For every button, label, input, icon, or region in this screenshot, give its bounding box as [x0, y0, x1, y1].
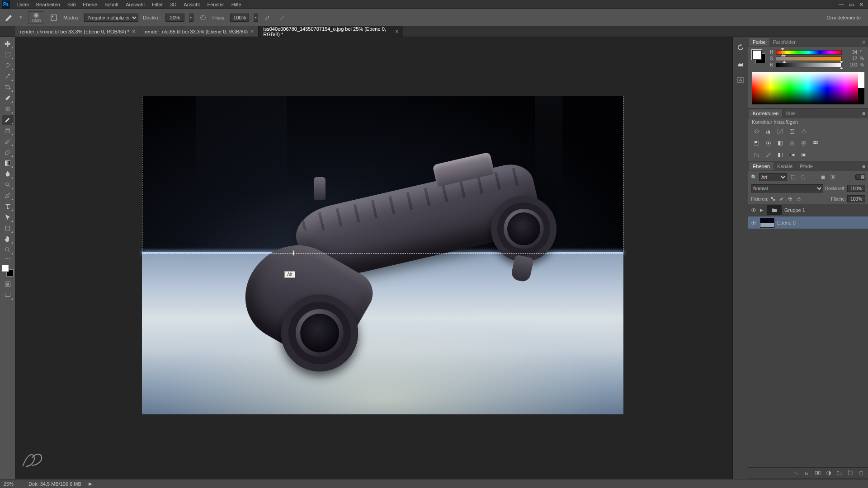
move-tool[interactable] [2, 39, 14, 49]
color-lookup-icon[interactable] [811, 139, 821, 147]
selective-color-icon[interactable] [799, 151, 809, 159]
layer-row-group[interactable]: ▶ Gruppe 1 [748, 204, 868, 216]
menu-edit[interactable]: Bearbeiten [33, 1, 64, 8]
tab-paths[interactable]: Pfade [796, 162, 816, 170]
menu-3d[interactable]: 3D [166, 1, 180, 8]
sat-value[interactable]: 12 [844, 56, 857, 61]
clone-stamp-tool[interactable] [2, 126, 14, 136]
menu-select[interactable]: Auswahl [122, 1, 148, 8]
color-balance-icon[interactable] [764, 139, 774, 147]
adjustment-layer-icon[interactable] [825, 469, 833, 477]
flow-dropdown[interactable]: ▼ [254, 14, 258, 22]
status-info-dropdown[interactable]: ▶ [89, 481, 92, 486]
edit-toolbar[interactable]: ⋯ [2, 256, 14, 261]
brush-tool[interactable] [2, 115, 14, 125]
crop-tool[interactable] [2, 82, 14, 92]
menu-view[interactable]: Ansicht [180, 1, 203, 8]
brush-panel-toggle[interactable] [49, 13, 59, 23]
healing-tool[interactable] [2, 104, 14, 114]
blend-mode-select[interactable]: Negativ multiplizieren [84, 14, 138, 22]
close-button[interactable]: ✕ [858, 1, 864, 8]
link-layers-icon[interactable] [792, 469, 800, 477]
close-icon[interactable]: × [250, 28, 254, 35]
magic-wand-tool[interactable] [2, 71, 14, 81]
visibility-toggle[interactable] [750, 219, 757, 226]
doc-tab-0[interactable]: render_chrome.tif bei 33.3% (Ebene 0, RG… [15, 26, 140, 37]
hue-value[interactable]: 34 [844, 50, 857, 55]
eyedropper-tool[interactable] [2, 93, 14, 103]
menu-help[interactable]: Hilfe [228, 1, 245, 8]
layer-name[interactable]: Ebene 0 [777, 220, 796, 225]
history-brush-tool[interactable] [2, 136, 14, 146]
filter-shape-icon[interactable] [819, 173, 827, 181]
lock-pixels-icon[interactable] [778, 195, 785, 202]
color-swatches[interactable] [2, 265, 14, 277]
maximize-button[interactable]: ▭ [848, 1, 854, 8]
lock-transparency-icon[interactable] [769, 195, 777, 202]
blur-tool[interactable] [2, 169, 14, 179]
hand-tool[interactable] [2, 234, 14, 244]
filter-toggle[interactable] [855, 174, 865, 180]
posterize-icon[interactable] [764, 151, 774, 159]
filter-pixel-icon[interactable] [789, 173, 797, 181]
close-icon[interactable]: × [395, 28, 398, 35]
vibrance-icon[interactable] [799, 127, 809, 136]
menu-filter[interactable]: Filter [148, 1, 166, 8]
saturation-slider[interactable] [776, 56, 842, 61]
quick-mask-toggle[interactable] [2, 279, 14, 289]
filter-type-icon[interactable] [809, 173, 817, 181]
pressure-opacity-toggle[interactable] [198, 13, 208, 23]
photo-filter-icon[interactable] [787, 139, 797, 147]
status-doc-info[interactable]: Dok: 34,5 MB/106,6 MB [28, 481, 81, 487]
tab-layers[interactable]: Ebenen [749, 162, 774, 170]
gradient-tool[interactable] [2, 158, 14, 168]
curves-icon[interactable] [775, 127, 785, 136]
exposure-icon[interactable] [787, 127, 797, 136]
hsl-icon[interactable] [752, 139, 762, 147]
layer-filter-kind[interactable]: Art [759, 173, 787, 181]
gradient-map-icon[interactable] [787, 151, 797, 159]
tab-styles[interactable]: Stile [782, 109, 799, 117]
dodge-tool[interactable] [2, 180, 14, 190]
pressure-size-toggle[interactable] [277, 13, 287, 23]
chevron-right-icon[interactable]: ▶ [760, 208, 764, 212]
tab-color[interactable]: Farbe [749, 38, 769, 46]
menu-type[interactable]: Schrift [101, 1, 122, 8]
threshold-icon[interactable] [775, 151, 785, 159]
invert-icon[interactable] [752, 151, 762, 159]
canvas-area[interactable]: Alt [15, 37, 732, 479]
screen-mode[interactable] [2, 290, 14, 300]
tab-channels[interactable]: Kanäle [774, 162, 796, 170]
type-tool[interactable] [2, 202, 14, 211]
layer-style-icon[interactable]: fx [803, 469, 811, 477]
lasso-tool[interactable] [2, 61, 14, 70]
layer-name[interactable]: Gruppe 1 [784, 207, 805, 213]
layer-thumbnail[interactable] [760, 218, 774, 228]
path-select-tool[interactable] [2, 212, 14, 222]
lock-all-icon[interactable] [795, 195, 802, 202]
lock-position-icon[interactable] [787, 195, 794, 202]
opacity-dropdown[interactable]: ▼ [189, 14, 193, 22]
minimize-button[interactable]: — [838, 1, 844, 8]
layer-row-image[interactable]: Ebene 0 [748, 216, 868, 229]
properties-panel-icon[interactable] [736, 59, 745, 69]
shape-tool[interactable] [2, 223, 14, 233]
panel-color-swatches[interactable] [752, 50, 765, 63]
pen-tool[interactable] [2, 191, 14, 201]
panel-menu-icon[interactable]: ≡ [860, 163, 867, 169]
opacity-input[interactable] [165, 14, 184, 22]
brightness-slider[interactable] [776, 63, 842, 67]
bri-value[interactable]: 100 [844, 62, 857, 67]
panel-menu-icon[interactable]: ≡ [860, 110, 867, 117]
blend-mode-select[interactable]: Normal [751, 184, 823, 192]
layer-mask-icon[interactable] [814, 469, 822, 477]
doc-tab-2[interactable]: iss040e006780_14550707154_o.jpg bei 25% … [259, 26, 403, 37]
delete-layer-icon[interactable] [857, 469, 865, 477]
foreground-color[interactable] [2, 265, 9, 272]
menu-layer[interactable]: Ebene [79, 1, 101, 8]
zoom-tool[interactable] [2, 245, 14, 255]
layer-opacity-input[interactable] [847, 185, 865, 192]
menu-window[interactable]: Fenster [203, 1, 227, 8]
marquee-tool[interactable] [2, 50, 14, 60]
flow-input[interactable] [230, 14, 249, 22]
